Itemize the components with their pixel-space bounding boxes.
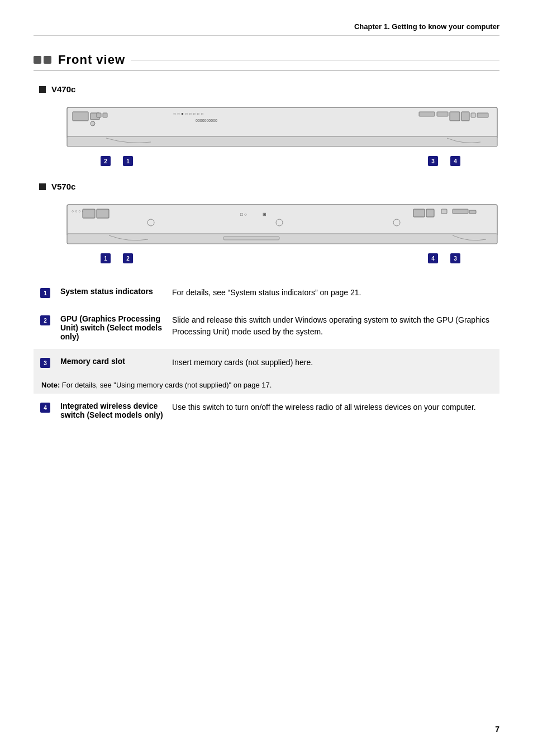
desc-term-4: Integrated wireless device switch (Selec… bbox=[60, 394, 172, 427]
v570c-label-4: 4 bbox=[428, 253, 438, 263]
v570c-diagram: ○ ○ ○ ○ □ ○ ⊞ bbox=[61, 200, 503, 249]
v470c-label-3: 3 bbox=[428, 156, 438, 166]
v570c-badge-2: 2 bbox=[123, 253, 133, 263]
v570c-label-2: 2 bbox=[123, 253, 133, 263]
v570c-label-1: 1 bbox=[101, 253, 111, 263]
v470c-left-labels: 2 1 bbox=[101, 156, 133, 166]
desc-term-3: Memory card slot bbox=[60, 349, 172, 374]
v570c-labels-row: 1 2 4 3 bbox=[61, 253, 499, 263]
svg-rect-6 bbox=[103, 113, 107, 117]
svg-rect-18 bbox=[83, 209, 95, 218]
desc-row-2: 2 GPU (Graphics Processing Unit) switch … bbox=[34, 306, 499, 349]
desc-badge-4: 4 bbox=[40, 403, 50, 413]
v570c-right-labels: 4 3 bbox=[428, 253, 460, 263]
svg-rect-27 bbox=[441, 209, 447, 214]
svg-rect-1 bbox=[67, 136, 497, 147]
v570c-left-labels: 1 2 bbox=[101, 253, 133, 263]
svg-rect-25 bbox=[413, 209, 425, 217]
note-label-3: Note: bbox=[41, 381, 62, 389]
desc-row-3: 3 Memory card slot Insert memory cards (… bbox=[34, 349, 499, 376]
svg-rect-29 bbox=[469, 210, 476, 214]
desc-badge-1: 1 bbox=[40, 288, 50, 298]
v470c-badge-2: 2 bbox=[101, 156, 111, 166]
model-v470c-row: V470c bbox=[39, 84, 499, 94]
model-label-v470c: V470c bbox=[51, 84, 75, 94]
svg-text:0000000000: 0000000000 bbox=[196, 119, 217, 122]
page-container: Chapter 1. Getting to know your computer… bbox=[0, 0, 533, 756]
svg-text:○ ○ ○ ○: ○ ○ ○ ○ bbox=[72, 209, 84, 213]
desc-row-4: 4 Integrated wireless device switch (Sel… bbox=[34, 394, 499, 427]
v470c-badge-3: 3 bbox=[428, 156, 438, 166]
v470c-diagram-container: ○ ○ ● ○ ○ ○ ○ ○ 0000000000 bbox=[61, 103, 499, 154]
desc-badge-2: 2 bbox=[40, 315, 50, 325]
svg-text:○ ○ ● ○ ○ ○ ○ ○: ○ ○ ● ○ ○ ○ ○ ○ bbox=[173, 111, 203, 116]
svg-rect-4 bbox=[91, 121, 95, 126]
v470c-badge-1: 1 bbox=[123, 156, 133, 166]
section-title: Front view bbox=[58, 53, 125, 67]
v470c-right-labels: 3 4 bbox=[428, 156, 460, 166]
desc-num-4: 4 bbox=[34, 394, 60, 420]
desc-def-1: For details, see “System status indicato… bbox=[172, 279, 499, 306]
v570c-badge-3: 3 bbox=[450, 253, 460, 263]
section-title-line bbox=[131, 60, 499, 60]
model-v570c-row: V570c bbox=[39, 182, 499, 191]
desc-row-1: 1 System status indicators For details, … bbox=[34, 279, 499, 306]
model-bullet-2 bbox=[39, 183, 46, 190]
desc-num-1: 1 bbox=[34, 279, 60, 306]
chapter-header: Chapter 1. Getting to know your computer bbox=[34, 22, 499, 36]
desc-def-3: Insert memory cards (not supplied) here. bbox=[172, 349, 499, 376]
v470c-label-1: 1 bbox=[123, 156, 133, 166]
desc-term-1: System status indicators bbox=[60, 279, 172, 304]
v570c-label-3: 3 bbox=[450, 253, 460, 263]
section-icons bbox=[34, 56, 51, 64]
svg-rect-28 bbox=[453, 209, 468, 214]
svg-rect-26 bbox=[426, 209, 434, 217]
v570c-diagram-container: ○ ○ ○ ○ □ ○ ⊞ bbox=[61, 200, 499, 251]
svg-text:⊞: ⊞ bbox=[263, 212, 266, 217]
svg-rect-19 bbox=[97, 209, 109, 218]
note-text-3: For details, see "Using memory cards (no… bbox=[62, 381, 272, 389]
v470c-labels-row: 2 1 3 4 bbox=[61, 156, 499, 166]
section-icon-1 bbox=[34, 56, 41, 64]
svg-rect-12 bbox=[461, 112, 469, 121]
section-title-row: Front view bbox=[34, 53, 499, 71]
svg-rect-16 bbox=[67, 234, 497, 244]
desc-def-4: Use this switch to turn on/off the wirel… bbox=[172, 394, 499, 421]
model-label-v570c: V570c bbox=[51, 182, 75, 191]
desc-num-3: 3 bbox=[34, 349, 60, 376]
note-row-3: Note: For details, see "Using memory car… bbox=[34, 376, 499, 394]
svg-text:□ ○: □ ○ bbox=[240, 212, 247, 217]
svg-rect-10 bbox=[437, 112, 448, 116]
model-bullet-1 bbox=[39, 86, 46, 93]
v470c-diagram: ○ ○ ● ○ ○ ○ ○ ○ 0000000000 bbox=[61, 103, 503, 152]
svg-rect-9 bbox=[419, 112, 435, 116]
svg-rect-13 bbox=[471, 113, 475, 117]
desc-def-2: Slide and release this switch under Wind… bbox=[172, 306, 499, 346]
v470c-label-4: 4 bbox=[450, 156, 460, 166]
svg-rect-30 bbox=[223, 237, 279, 240]
chapter-header-text: Chapter 1. Getting to know your computer bbox=[354, 22, 499, 31]
v470c-badge-4: 4 bbox=[450, 156, 460, 166]
desc-term-2: GPU (Graphics Processing Unit) switch (S… bbox=[60, 306, 172, 349]
v570c-badge-1: 1 bbox=[101, 253, 111, 263]
svg-rect-11 bbox=[450, 112, 460, 121]
desc-badge-3: 3 bbox=[40, 358, 50, 368]
v570c-badge-4: 4 bbox=[428, 253, 438, 263]
desc-num-2: 2 bbox=[34, 306, 60, 333]
svg-rect-5 bbox=[97, 113, 101, 117]
v470c-label-2: 2 bbox=[101, 156, 111, 166]
page-number: 7 bbox=[495, 725, 499, 734]
svg-rect-2 bbox=[73, 112, 88, 121]
svg-rect-14 bbox=[477, 113, 488, 117]
section-icon-2 bbox=[44, 56, 51, 64]
